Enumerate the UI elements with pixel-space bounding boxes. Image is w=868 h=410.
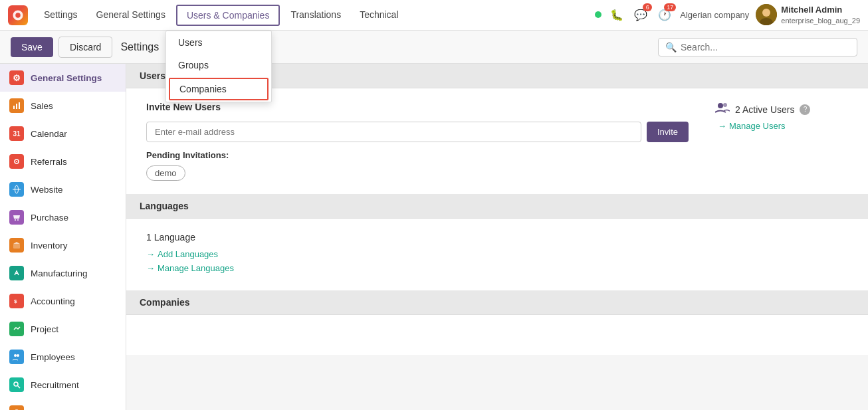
user-menu[interactable]: Mitchell Admin enterprise_blog_aug_29 [756, 4, 860, 27]
activity-badge: 17 [664, 3, 676, 11]
pending-label: Pending Invitations: [146, 150, 689, 160]
svg-rect-7 [19, 102, 20, 109]
sidebar-item-project[interactable]: Project [0, 315, 126, 343]
sidebar-item-website[interactable]: Website [0, 175, 126, 203]
manage-users-link[interactable]: → Manage Users [718, 121, 848, 131]
svg-rect-25 [12, 352, 21, 361]
users-icon [715, 102, 730, 117]
accounting-icon: $ [9, 294, 24, 308]
invite-section: Invite New Users Invite Pending Invitati… [126, 88, 868, 194]
languages-header-text: Languages [140, 201, 189, 211]
website-icon [9, 182, 24, 197]
chat-icon[interactable]: 💬 6 [632, 6, 649, 23]
invite-title: Invite New Users [146, 102, 689, 112]
sidebar-item-calendar[interactable]: 31 Calendar [0, 120, 126, 148]
save-button[interactable]: Save [11, 37, 53, 57]
svg-point-10 [16, 161, 17, 162]
svg-rect-18 [13, 244, 20, 249]
pending-tags: demo [146, 165, 689, 181]
sidebar-item-sales[interactable]: Sales [0, 92, 126, 120]
add-lang-arrow-icon: → [146, 249, 155, 259]
sidebar-item-recruitment[interactable]: Recruitment [0, 371, 126, 399]
language-count: 1 Language [146, 232, 848, 243]
svg-point-33 [718, 103, 723, 108]
sidebar-item-manufacturing[interactable]: Manufacturing [0, 259, 126, 287]
users-header-text: Users [140, 70, 165, 81]
general-settings-icon: ⚙ [9, 70, 24, 85]
sidebar-item-accounting[interactable]: $ Accounting [0, 287, 126, 315]
svg-rect-6 [16, 104, 17, 109]
invite-right: 2 Active Users ? → Manage Users [715, 102, 848, 181]
svg-point-26 [14, 354, 17, 357]
status-indicator [595, 11, 601, 18]
sidebar-label-referrals: Referrals [31, 157, 67, 167]
actionbar: Save Discard Settings 🔍 [0, 31, 868, 64]
topbar-technical[interactable]: Technical [350, 0, 407, 31]
sidebar-label-accounting: Accounting [31, 296, 75, 306]
sidebar-label-attendances: Attendances [31, 408, 80, 411]
sidebar-label-purchase: Purchase [31, 213, 68, 223]
active-users-row: 2 Active Users ? [715, 102, 848, 117]
dropdown-companies[interactable]: Companies [169, 78, 269, 100]
referrals-icon [9, 154, 24, 169]
users-companies-dropdown: Users Groups Companies [165, 31, 272, 102]
invite-left: Invite New Users Invite Pending Invitati… [146, 102, 689, 181]
dropdown-groups[interactable]: Groups [166, 54, 271, 76]
app-logo[interactable] [8, 5, 28, 25]
sidebar: ⚙ General Settings Sales 31 Calendar Ref… [0, 64, 126, 410]
sidebar-item-inventory[interactable]: Inventory [0, 231, 126, 259]
help-icon[interactable]: ? [800, 104, 810, 115]
topbar-users-companies[interactable]: Users & Companies [176, 5, 280, 26]
sidebar-label-employees: Employees [31, 352, 75, 362]
search-input[interactable] [681, 42, 850, 52]
add-languages-label: Add Languages [158, 249, 218, 259]
sidebar-item-attendances[interactable]: Attendances [0, 399, 126, 410]
main-layout: ⚙ General Settings Sales 31 Calendar Ref… [0, 64, 868, 410]
manage-languages-label: Manage Languages [158, 263, 234, 273]
avatar [756, 4, 777, 25]
manage-languages-link[interactable]: → Manage Languages [146, 263, 848, 273]
sidebar-label-manufacturing: Manufacturing [31, 268, 88, 278]
discard-button[interactable]: Discard [58, 37, 112, 58]
svg-rect-21 [15, 273, 18, 274]
invite-button[interactable]: Invite [647, 122, 689, 142]
topbar: Settings General Settings Users & Compan… [0, 0, 868, 31]
sidebar-item-purchase[interactable]: Purchase [0, 203, 126, 231]
svg-point-2 [762, 9, 770, 17]
svg-text:$: $ [14, 298, 17, 304]
inventory-icon [9, 238, 24, 253]
companies-section-body [126, 315, 868, 355]
activity-icon[interactable]: 🕐 17 [656, 6, 673, 23]
employees-icon [9, 350, 24, 364]
arrow-right-icon: → [718, 121, 726, 131]
recruitment-icon [9, 377, 24, 392]
add-languages-link[interactable]: → Add Languages [146, 249, 848, 259]
svg-rect-5 [13, 106, 15, 109]
attendances-icon [9, 405, 24, 410]
dropdown-users[interactable]: Users [166, 31, 271, 54]
invite-row: Invite [146, 122, 689, 142]
calendar-icon: 31 [9, 126, 24, 141]
topbar-menu: Settings General Settings Users & Compan… [35, 0, 408, 31]
manage-lang-arrow-icon: → [146, 263, 155, 273]
topbar-translations[interactable]: Translations [281, 0, 350, 31]
chat-badge: 6 [643, 3, 652, 11]
sidebar-item-general-settings[interactable]: ⚙ General Settings [0, 64, 126, 92]
company-name[interactable]: Algerian company [680, 10, 749, 20]
sidebar-item-referrals[interactable]: Referrals [0, 148, 126, 175]
topbar-settings[interactable]: Settings [35, 0, 87, 31]
pending-tag-demo[interactable]: demo [146, 165, 185, 181]
manage-users-label: Manage Users [729, 121, 786, 131]
content-area: Users Invite New Users Invite Pending In… [126, 64, 868, 410]
manufacturing-icon [9, 266, 24, 280]
email-field[interactable] [146, 122, 641, 142]
topbar-right: 🐛 💬 6 🕐 17 Algerian company Mitchell Adm… [595, 4, 860, 27]
companies-section-header: Companies [126, 290, 868, 315]
search-box[interactable]: 🔍 [658, 38, 857, 56]
sidebar-item-employees[interactable]: Employees [0, 343, 126, 371]
debug-icon[interactable]: 🐛 [608, 6, 625, 23]
sales-icon [9, 98, 24, 113]
svg-rect-24 [12, 324, 21, 334]
topbar-general-settings[interactable]: General Settings [87, 0, 175, 31]
user-info: Mitchell Admin enterprise_blog_aug_29 [781, 4, 860, 27]
